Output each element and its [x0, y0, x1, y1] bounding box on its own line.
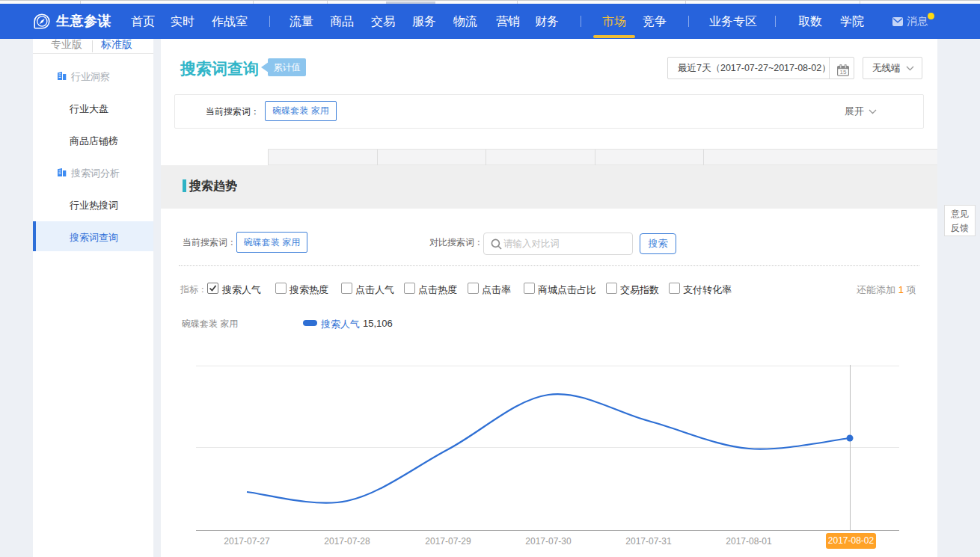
svg-text:15: 15 [840, 69, 847, 76]
